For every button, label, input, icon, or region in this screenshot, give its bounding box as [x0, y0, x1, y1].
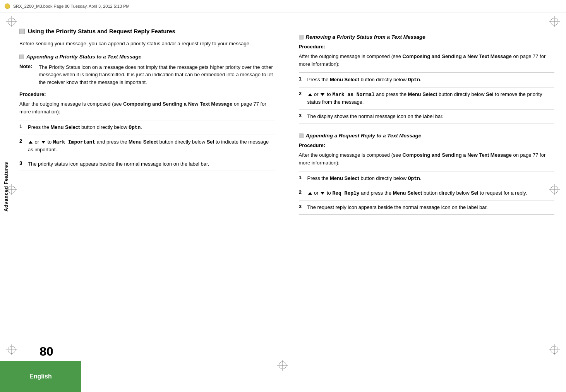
step-3-right2: 3 The request reply icon appears beside … — [299, 200, 555, 215]
arrow-up-icon-r2 — [308, 192, 312, 195]
left-column: Using the Priority Status and Request Re… — [12, 12, 287, 392]
arrow-up-icon — [29, 141, 33, 144]
intro-paragraph: Before sending your message, you can app… — [19, 40, 275, 48]
procedure-intro-right2: After the outgoing message is composed (… — [299, 151, 555, 166]
step-2-right1: 2 or to Mark as Normal and press the Men… — [299, 87, 555, 109]
step-3-left: 3 The priority status icon appears besid… — [19, 157, 275, 171]
step-3-right1: 3 The display shows the normal message i… — [299, 109, 555, 124]
step-2-left: 2 or to Mark Important and press the Men… — [19, 135, 275, 157]
right-section1-heading-text: Removing a Priority Status from a Text M… — [306, 34, 425, 40]
sidebar-label-text: Advanced Features — [3, 162, 9, 211]
file-icon — [5, 3, 10, 9]
main-heading-block: Using the Priority Status and Request Re… — [19, 28, 275, 34]
sub-heading-text: Appending a Priority Status to a Text Me… — [26, 54, 141, 60]
sub-section-icon — [19, 55, 24, 59]
procedure-label-right1: Procedure: — [299, 44, 555, 50]
step-1-right1: 1 Press the Menu Select button directly … — [299, 72, 555, 87]
right-section2-heading-block: Appending a Request Reply to a Text Mess… — [299, 133, 555, 139]
step-1-right2: 1 Press the Menu Select button directly … — [299, 171, 555, 186]
right-section1-heading-block: Removing a Priority Status from a Text M… — [299, 34, 555, 40]
right-section2-heading-text: Appending a Request Reply to a Text Mess… — [306, 133, 422, 139]
step-2-right2: 2 or to Req Reply and press the Menu Sel… — [299, 186, 555, 200]
arrow-down-icon-r1 — [321, 93, 324, 96]
file-info: SRX_2200_M3.book Page 80 Tuesday, April … — [13, 4, 130, 9]
sidebar-label: Advanced Features — [0, 12, 12, 361]
main-heading-text: Using the Priority Status and Request Re… — [28, 28, 175, 34]
arrow-down-icon-r2 — [321, 192, 324, 195]
procedure-intro-left: After the outgoing message is composed (… — [19, 100, 275, 115]
procedure-intro-right1: After the outgoing message is composed (… — [299, 53, 555, 68]
top-bar: SRX_2200_M3.book Page 80 Tuesday, April … — [0, 0, 566, 12]
section-icon — [19, 29, 25, 34]
arrow-up-icon-r1 — [308, 93, 312, 96]
right-section1-icon — [299, 35, 304, 39]
procedure-label-left: Procedure: — [19, 91, 275, 97]
right-column: Removing a Priority Status from a Text M… — [287, 12, 566, 392]
step-1-left: 1 Press the Menu Select button directly … — [19, 120, 275, 135]
right-section2-icon — [299, 134, 304, 138]
note-label: Note: — [19, 63, 39, 86]
sub-heading-block: Appending a Priority Status to a Text Me… — [19, 54, 275, 60]
main-content: Using the Priority Status and Request Re… — [12, 12, 566, 392]
note-block: Note: The Priority Status icon on a mess… — [19, 63, 275, 86]
procedure-label-right2: Procedure: — [299, 142, 555, 148]
note-text: The Priority Status icon on a message do… — [39, 63, 275, 86]
arrow-down-icon — [41, 141, 45, 144]
